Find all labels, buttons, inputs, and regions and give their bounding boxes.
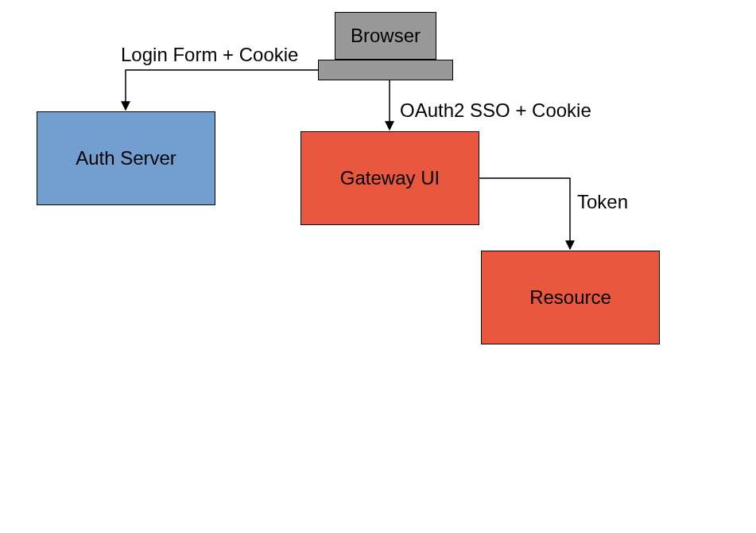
browser-box-base [318,60,453,80]
token-label: Token [577,191,628,213]
browser-box-top: Browser [335,12,436,60]
auth-server-box: Auth Server [37,111,215,205]
oauth2-sso-cookie-label: OAuth2 SSO + Cookie [400,99,591,122]
login-form-cookie-label: Login Form + Cookie [121,44,298,66]
gateway-ui-label: Gateway UI [340,167,440,189]
edge-gateway-to-resource [479,178,570,249]
resource-box: Resource [481,251,660,344]
gateway-ui-box: Gateway UI [300,131,479,225]
browser-label: Browser [351,25,421,47]
resource-label: Resource [529,286,611,309]
auth-server-label: Auth Server [76,147,176,169]
edge-browser-to-auth [126,70,318,110]
